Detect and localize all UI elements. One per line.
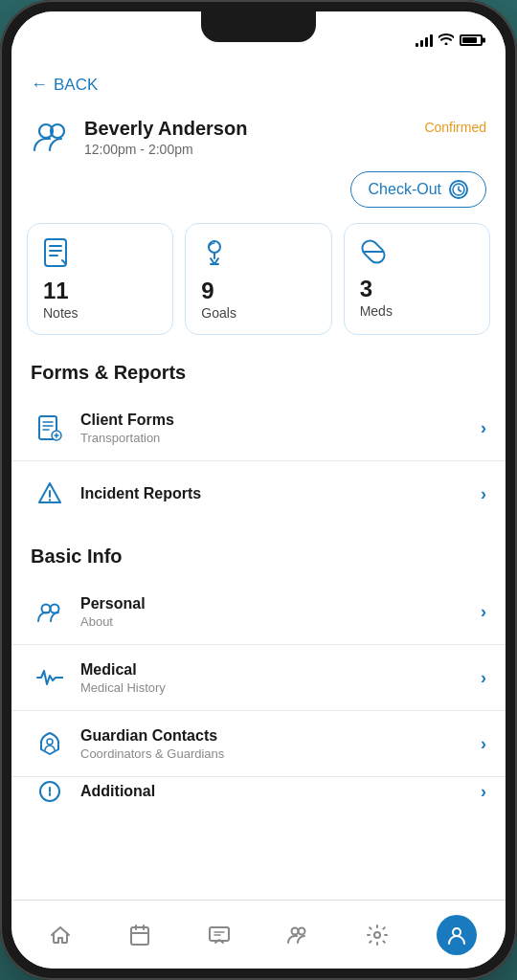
guardian-content: Guardian Contacts Coordinators & Guardia… xyxy=(80,727,481,761)
additional-title: Additional xyxy=(80,783,481,800)
medical-content: Medical Medical History xyxy=(80,661,481,695)
basic-info-list: Personal About › Medical Medical History xyxy=(11,579,506,806)
clock-icon xyxy=(449,180,468,199)
users-icon xyxy=(286,924,309,947)
personal-title: Personal xyxy=(80,595,481,612)
incident-reports-icon xyxy=(31,475,69,513)
checkout-row: Check-Out xyxy=(11,171,506,223)
nav-home[interactable] xyxy=(21,924,101,947)
nav-calendar[interactable] xyxy=(101,924,180,947)
back-label: BACK xyxy=(54,76,98,95)
meds-label: Meds xyxy=(360,303,393,319)
nav-users[interactable] xyxy=(258,924,338,947)
nav-messages[interactable] xyxy=(179,924,258,947)
guardian-subtitle: Coordinators & Guardians xyxy=(80,746,481,761)
patient-name: Beverly Anderson xyxy=(84,118,247,140)
patient-time: 12:00pm - 2:00pm xyxy=(84,142,247,157)
list-item-medical[interactable]: Medical Medical History › xyxy=(11,645,506,711)
client-forms-subtitle: Transportation xyxy=(80,431,481,445)
checkout-button[interactable]: Check-Out xyxy=(350,171,486,208)
main-content: ← BACK Beverly Ande xyxy=(11,59,506,900)
phone-notch xyxy=(201,11,316,42)
medical-icon xyxy=(31,658,69,697)
incident-reports-chevron: › xyxy=(481,484,486,504)
patient-avatar-icon xyxy=(31,116,73,158)
checkout-label: Check-Out xyxy=(369,181,441,198)
patient-status: Confirmed xyxy=(424,120,486,135)
medical-chevron: › xyxy=(481,668,486,688)
personal-content: Personal About xyxy=(80,595,481,629)
wifi-icon xyxy=(438,33,454,48)
notes-icon xyxy=(43,237,70,272)
svg-rect-16 xyxy=(210,927,229,941)
settings-icon xyxy=(366,924,389,947)
incident-reports-title: Incident Reports xyxy=(80,485,481,502)
svg-point-10 xyxy=(49,499,51,501)
incident-reports-content: Incident Reports xyxy=(80,485,481,502)
signal-icon xyxy=(416,33,433,47)
stat-notes[interactable]: 11 Notes xyxy=(27,223,173,335)
personal-subtitle: About xyxy=(80,614,481,629)
client-forms-chevron: › xyxy=(481,418,486,438)
additional-icon xyxy=(31,777,69,806)
header: ← BACK xyxy=(11,67,506,106)
guardian-title: Guardian Contacts xyxy=(80,727,481,745)
svg-rect-15 xyxy=(131,927,148,945)
client-forms-title: Client Forms xyxy=(80,412,481,429)
svg-point-18 xyxy=(299,927,305,934)
client-forms-content: Client Forms Transportation xyxy=(80,412,481,445)
stat-meds[interactable]: 3 Meds xyxy=(344,223,490,335)
list-item-additional[interactable]: Additional › xyxy=(11,777,506,806)
patient-info: Beverly Anderson 12:00pm - 2:00pm xyxy=(84,118,247,157)
list-item-personal[interactable]: Personal About › xyxy=(11,579,506,645)
additional-content: Additional xyxy=(80,783,481,800)
svg-point-19 xyxy=(374,932,380,938)
messages-icon xyxy=(208,924,231,947)
svg-point-17 xyxy=(292,927,299,934)
forms-reports-list: Client Forms Transportation › xyxy=(11,395,506,526)
guardian-chevron: › xyxy=(481,734,486,754)
goals-icon xyxy=(201,237,228,272)
notes-label: Notes xyxy=(43,305,79,321)
home-icon xyxy=(49,924,72,947)
status-icons xyxy=(416,33,483,48)
battery-icon xyxy=(460,34,483,46)
basic-info-heading: Basic Info xyxy=(11,538,506,579)
back-button[interactable]: ← BACK xyxy=(31,75,486,95)
phone-frame: ← BACK Beverly Ande xyxy=(0,0,517,980)
bottom-nav xyxy=(11,900,506,969)
back-arrow-icon: ← xyxy=(31,75,48,95)
svg-point-13 xyxy=(47,739,53,745)
goals-count: 9 xyxy=(201,279,214,302)
forms-reports-heading: Forms & Reports xyxy=(11,354,506,395)
personal-icon xyxy=(31,592,69,631)
patient-card: Beverly Anderson 12:00pm - 2:00pm Confir… xyxy=(11,106,506,171)
svg-point-20 xyxy=(453,928,461,936)
section-divider-1 xyxy=(11,526,506,538)
list-item-guardian[interactable]: Guardian Contacts Coordinators & Guardia… xyxy=(11,711,506,777)
client-forms-icon xyxy=(31,409,69,447)
meds-count: 3 xyxy=(360,278,372,301)
list-item-incident-reports[interactable]: Incident Reports › xyxy=(11,461,506,526)
profile-active-icon xyxy=(437,915,477,955)
goals-label: Goals xyxy=(201,305,236,321)
personal-chevron: › xyxy=(481,602,486,622)
nav-profile-active[interactable] xyxy=(416,915,496,955)
notes-count: 11 xyxy=(43,279,69,302)
patient-left: Beverly Anderson 12:00pm - 2:00pm xyxy=(31,116,247,158)
medical-title: Medical xyxy=(80,661,481,679)
stat-goals[interactable]: 9 Goals xyxy=(185,223,331,335)
nav-settings[interactable] xyxy=(338,924,417,947)
meds-icon xyxy=(360,237,387,270)
phone-screen: ← BACK Beverly Ande xyxy=(11,11,506,969)
guardian-icon xyxy=(31,724,69,763)
list-item-client-forms[interactable]: Client Forms Transportation › xyxy=(11,395,506,461)
stats-row: 11 Notes 9 Goals xyxy=(11,223,506,354)
calendar-icon xyxy=(128,924,151,947)
additional-chevron: › xyxy=(481,782,486,802)
medical-subtitle: Medical History xyxy=(80,680,481,695)
